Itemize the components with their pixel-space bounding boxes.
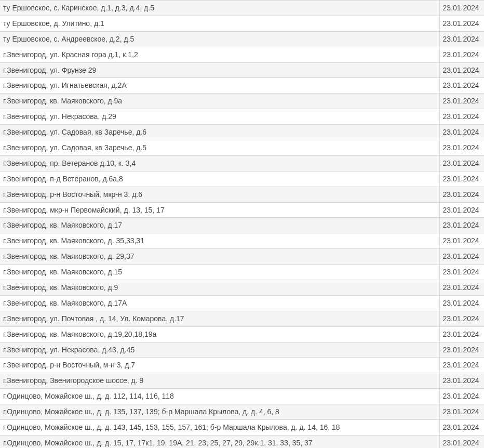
address-cell: г.Звенигород, ул. Почтовая , д. 14, Ул. … <box>0 311 439 326</box>
date-cell: 23.01.2024 <box>439 62 484 78</box>
address-cell: г.Одинцово, Можайское ш., д. д. 143, 145… <box>0 420 439 436</box>
address-cell: г.Звенигород, ул. Игнатьевская, д.2А <box>0 78 439 94</box>
table-row: г.Звенигород, ул. Игнатьевская, д.2А23.0… <box>0 78 484 94</box>
address-cell: г.Звенигород, р-н Восточный, мкр-н 3, д.… <box>0 187 439 202</box>
table-row: ту Ершовское, д. Улитино, д.123.01.2024 <box>0 16 484 31</box>
address-cell: г.Звенигород, пр. Ветеранов д.10, к. 3,4 <box>0 155 439 171</box>
date-cell: 23.01.2024 <box>439 78 484 94</box>
address-cell: г.Звенигород, ул. Садовая, кв Заречье, д… <box>0 125 439 140</box>
table-row: г.Звенигород, ул. Садовая, кв Заречье, д… <box>0 125 484 140</box>
table-row: г.Одинцово, Можайское ш., д. д. 15, 17, … <box>0 435 484 448</box>
address-cell: г.Звенигород, п-д Ветеранов, д.6а,8 <box>0 171 439 187</box>
date-cell: 23.01.2024 <box>439 16 484 31</box>
table-row: г.Звенигород, ул. Некрасова, д.43, д.452… <box>0 342 484 358</box>
address-cell: г.Звенигород, кв. Маяковского, д.9а <box>0 94 439 109</box>
address-cell: г.Звенигород, р-н Восточный, м-н 3, д,7 <box>0 358 439 373</box>
date-cell: 23.01.2024 <box>439 295 484 311</box>
date-cell: 23.01.2024 <box>439 342 484 358</box>
date-cell: 23.01.2024 <box>439 280 484 296</box>
address-cell: г.Одинцово, Можайское ш., д. д. 112, 114… <box>0 389 439 404</box>
address-cell: г.Звенигород, кв. Маяковского, д.19,20,1… <box>0 326 439 342</box>
table-row: г.Звенигород, кв. Маяковского, д.19,20,1… <box>0 326 484 342</box>
date-cell: 23.01.2024 <box>439 187 484 202</box>
date-cell: 23.01.2024 <box>439 435 484 448</box>
date-cell: 23.01.2024 <box>439 311 484 326</box>
table-row: г.Одинцово, Можайское ш., д. д. 112, 114… <box>0 389 484 404</box>
date-cell: 23.01.2024 <box>439 109 484 125</box>
date-cell: 23.01.2024 <box>439 202 484 218</box>
date-cell: 23.01.2024 <box>439 31 484 47</box>
date-cell: 23.01.2024 <box>439 218 484 233</box>
table-row: г.Одинцово, Можайское ш., д. д. 143, 145… <box>0 420 484 436</box>
date-cell: 23.01.2024 <box>439 420 484 436</box>
address-cell: г.Звенигород, ул. Некрасова, д.43, д.45 <box>0 342 439 358</box>
table-row: г.Звенигород, п-д Ветеранов, д.6а,823.01… <box>0 171 484 187</box>
date-cell: 23.01.2024 <box>439 249 484 265</box>
table-row: ту Ершовское, с. Андреевское, д.2, д.523… <box>0 31 484 47</box>
table-row: г.Звенигород, кв. Маяковского, д.1523.01… <box>0 265 484 280</box>
table-row: г.Звенигород, р-н Восточный, м-н 3, д,72… <box>0 358 484 373</box>
address-cell: г.Звенигород, кв. Маяковского, д. 29,37 <box>0 249 439 265</box>
date-cell: 23.01.2024 <box>439 94 484 109</box>
table-row: г.Звенигород, кв. Маяковского, д.17А23.0… <box>0 295 484 311</box>
address-cell: г.Звенигород, ул. Садовая, кв Заречье, д… <box>0 140 439 156</box>
table-row: г.Звенигород, ул. Красная гора д.1, к.1,… <box>0 47 484 62</box>
date-cell: 23.01.2024 <box>439 1 484 16</box>
address-cell: ту Ершовское, д. Улитино, д.1 <box>0 16 439 31</box>
address-table: ту Ершовское, с. Каринское, д.1, д.3, д.… <box>0 0 484 448</box>
date-cell: 23.01.2024 <box>439 125 484 140</box>
table-row: г.Звенигород, кв. Маяковского, д. 35,33,… <box>0 233 484 249</box>
address-cell: ту Ершовское, с. Каринское, д.1, д.3, д.… <box>0 1 439 16</box>
address-cell: г.Звенигород, ул. Красная гора д.1, к.1,… <box>0 47 439 62</box>
table-row: г.Звенигород, кв. Маяковского, д. 29,372… <box>0 249 484 265</box>
table-row: г.Звенигород, кв. Маяковского, д.1723.01… <box>0 218 484 233</box>
table-row: г.Звенигород, пр. Ветеранов д.10, к. 3,4… <box>0 155 484 171</box>
date-cell: 23.01.2024 <box>439 233 484 249</box>
date-cell: 23.01.2024 <box>439 389 484 404</box>
table-row: ту Ершовское, с. Каринское, д.1, д.3, д.… <box>0 1 484 16</box>
address-table-body: ту Ершовское, с. Каринское, д.1, д.3, д.… <box>0 1 484 449</box>
table-row: г.Звенигород, р-н Восточный, мкр-н 3, д.… <box>0 187 484 202</box>
address-cell: г.Звенигород, кв. Маяковского, д.17 <box>0 218 439 233</box>
date-cell: 23.01.2024 <box>439 404 484 420</box>
date-cell: 23.01.2024 <box>439 155 484 171</box>
address-cell: г.Звенигород, кв. Маяковского, д.17А <box>0 295 439 311</box>
table-row: г.Звенигород, кв. Маяковского, д.9а23.01… <box>0 94 484 109</box>
table-row: г.Звенигород, Звенигородское шоссе, д. 9… <box>0 373 484 389</box>
table-row: г.Звенигород, ул. Некрасова, д.2923.01.2… <box>0 109 484 125</box>
address-cell: г.Звенигород, кв. Маяковского, д. 35,33,… <box>0 233 439 249</box>
address-cell: г.Звенигород, кв. Маяковского, д.15 <box>0 265 439 280</box>
address-cell: г.Звенигород, ул. Некрасова, д.29 <box>0 109 439 125</box>
date-cell: 23.01.2024 <box>439 358 484 373</box>
date-cell: 23.01.2024 <box>439 326 484 342</box>
table-row: г.Одинцово, Можайское ш., д. д. 135, 137… <box>0 404 484 420</box>
table-row: г.Звенигород, мкр-н Первомайский, д. 13,… <box>0 202 484 218</box>
address-cell: г.Звенигород, Звенигородское шоссе, д. 9 <box>0 373 439 389</box>
address-cell: г.Одинцово, Можайское ш., д. д. 15, 17, … <box>0 435 439 448</box>
address-cell: г.Звенигород, мкр-н Первомайский, д. 13,… <box>0 202 439 218</box>
address-cell: г.Звенигород, ул. Фрунзе 29 <box>0 62 439 78</box>
table-row: г.Звенигород, ул. Фрунзе 2923.01.2024 <box>0 62 484 78</box>
table-row: г.Звенигород, ул. Почтовая , д. 14, Ул. … <box>0 311 484 326</box>
address-cell: г.Одинцово, Можайское ш., д. д. 135, 137… <box>0 404 439 420</box>
date-cell: 23.01.2024 <box>439 171 484 187</box>
date-cell: 23.01.2024 <box>439 47 484 62</box>
date-cell: 23.01.2024 <box>439 373 484 389</box>
table-row: г.Звенигород, кв. Маяковского, д.923.01.… <box>0 280 484 296</box>
table-row: г.Звенигород, ул. Садовая, кв Заречье, д… <box>0 140 484 156</box>
address-cell: ту Ершовское, с. Андреевское, д.2, д.5 <box>0 31 439 47</box>
date-cell: 23.01.2024 <box>439 140 484 156</box>
address-cell: г.Звенигород, кв. Маяковского, д.9 <box>0 280 439 296</box>
date-cell: 23.01.2024 <box>439 265 484 280</box>
